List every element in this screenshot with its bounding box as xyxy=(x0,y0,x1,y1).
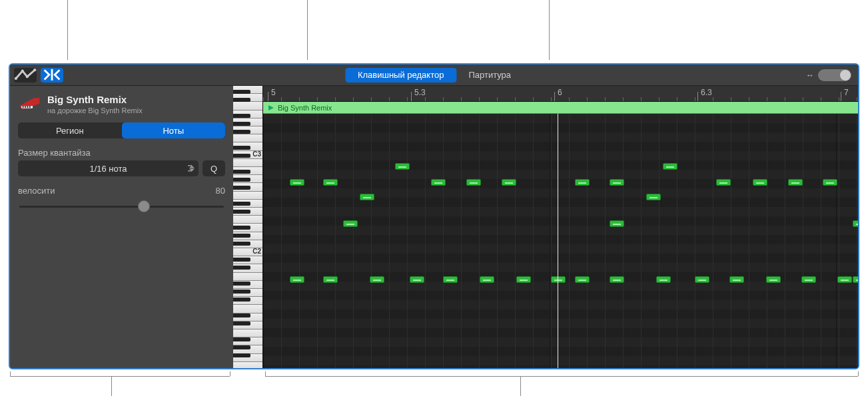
midi-note[interactable] xyxy=(323,179,338,186)
midi-note[interactable] xyxy=(837,276,852,283)
midi-note[interactable] xyxy=(410,276,424,283)
midi-note[interactable] xyxy=(695,276,709,283)
midi-note[interactable] xyxy=(575,179,590,186)
piano-roll-editor: 55.366.37 Big Synth Remix xyxy=(263,86,858,368)
midi-note[interactable] xyxy=(853,276,858,283)
midi-note[interactable] xyxy=(370,276,384,283)
midi-note[interactable] xyxy=(290,276,304,283)
midi-note[interactable] xyxy=(823,179,837,186)
region-header[interactable]: Big Synth Remix xyxy=(263,102,858,114)
svg-point-2 xyxy=(26,75,29,78)
segment-notes[interactable]: Ноты xyxy=(122,122,226,138)
ruler-label: 6 xyxy=(558,88,562,97)
horizontal-zoom-icon: ↔ xyxy=(806,71,814,80)
midi-note[interactable] xyxy=(502,179,516,186)
midi-note[interactable] xyxy=(663,163,677,170)
note-grid[interactable] xyxy=(263,114,858,368)
midi-note[interactable] xyxy=(360,194,374,200)
callout-line xyxy=(549,0,550,60)
midi-note[interactable] xyxy=(395,163,410,170)
callout-line xyxy=(67,0,68,60)
midi-note[interactable] xyxy=(610,276,624,283)
key-label: C2 xyxy=(252,248,261,255)
midi-note[interactable] xyxy=(466,179,481,186)
velocity-slider[interactable] xyxy=(18,200,225,213)
svg-point-3 xyxy=(33,69,36,71)
midi-note[interactable] xyxy=(516,276,531,283)
tab-score[interactable]: Партитура xyxy=(456,68,523,83)
midi-note[interactable] xyxy=(716,179,731,186)
key-label: C3 xyxy=(252,150,261,158)
playhead[interactable] xyxy=(558,114,558,368)
ruler-label: 5.3 xyxy=(414,88,426,97)
region-play-icon xyxy=(267,104,275,112)
svg-rect-7 xyxy=(27,106,29,108)
horizontal-autozoom-toggle[interactable] xyxy=(818,69,851,81)
ruler-label: 6.3 xyxy=(701,88,712,97)
midi-note[interactable] xyxy=(290,179,304,186)
midi-note[interactable] xyxy=(323,276,338,283)
midi-note[interactable] xyxy=(443,276,458,283)
track-instrument-icon xyxy=(18,95,41,111)
midi-note[interactable] xyxy=(646,194,661,200)
track-title: Big Synth Remix xyxy=(47,94,143,105)
midi-note[interactable] xyxy=(610,220,624,227)
midi-note[interactable] xyxy=(753,179,767,186)
velocity-value: 80 xyxy=(216,186,225,196)
piano-roll-window: Клавишный редактор Партитура ↔ Big Synth… xyxy=(9,63,859,369)
midi-note[interactable] xyxy=(788,179,803,186)
midi-note[interactable] xyxy=(729,276,744,283)
inspector-panel: Big Synth Remix на дорожке Big Synth Rem… xyxy=(10,86,233,368)
catch-playhead-button[interactable] xyxy=(41,68,63,83)
track-subtitle: на дорожке Big Synth Remix xyxy=(47,106,143,114)
midi-note[interactable] xyxy=(551,276,566,283)
inspector-mode-segment[interactable]: Регион Ноты xyxy=(18,122,225,138)
piano-keyboard[interactable]: C3C2 xyxy=(233,86,263,368)
quantize-apply-button[interactable]: Q xyxy=(203,160,225,176)
svg-rect-5 xyxy=(23,106,24,108)
midi-note[interactable] xyxy=(480,276,494,283)
velocity-label: велосити xyxy=(18,186,55,196)
midi-note[interactable] xyxy=(431,179,446,186)
editor-menubar: Клавишный редактор Партитура ↔ xyxy=(10,65,858,86)
midi-note[interactable] xyxy=(575,276,590,283)
quantize-value-text: 1/16 нота xyxy=(89,164,127,174)
ruler-label: 7 xyxy=(844,88,849,97)
svg-rect-8 xyxy=(29,106,31,108)
automation-view-button[interactable] xyxy=(14,68,37,83)
callout-bracket xyxy=(10,376,230,377)
svg-point-1 xyxy=(21,70,24,73)
midi-note[interactable] xyxy=(766,276,781,283)
midi-note[interactable] xyxy=(343,220,358,227)
midi-note[interactable] xyxy=(853,220,858,227)
timeline-ruler[interactable]: 55.366.37 xyxy=(263,86,858,102)
callout-bracket xyxy=(265,376,858,377)
segment-region[interactable]: Регион xyxy=(18,122,122,138)
svg-rect-6 xyxy=(25,106,26,108)
callout-line xyxy=(307,0,308,60)
tab-piano-roll[interactable]: Клавишный редактор xyxy=(345,68,456,83)
quantize-label: Размер квантайза xyxy=(18,148,225,158)
midi-note[interactable] xyxy=(801,276,816,283)
midi-note[interactable] xyxy=(656,276,671,283)
quantize-value-dropdown[interactable]: 1/16 нота xyxy=(18,160,199,176)
region-name: Big Synth Remix xyxy=(278,104,332,112)
midi-note[interactable] xyxy=(610,179,624,186)
svg-point-0 xyxy=(15,77,17,80)
ruler-label: 5 xyxy=(271,88,276,97)
